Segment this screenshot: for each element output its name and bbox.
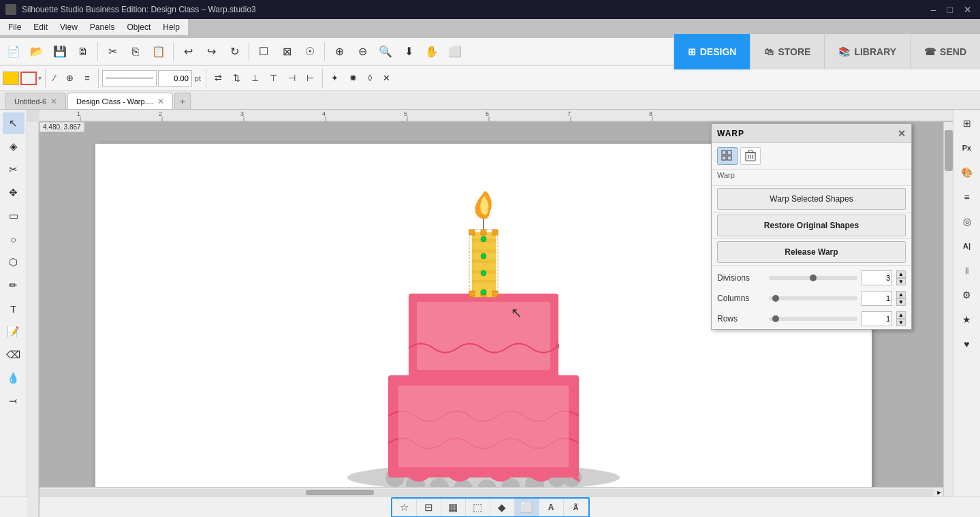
rows-input[interactable] xyxy=(862,311,892,326)
group-v-button[interactable]: ⊤ xyxy=(265,69,282,88)
columns-up[interactable]: ▲ xyxy=(896,291,906,298)
hscroll-thumb[interactable] xyxy=(306,490,374,495)
warp-selected-button[interactable]: Warp Selected Shapes xyxy=(717,188,906,210)
tab-design-class-close[interactable]: ✕ xyxy=(157,97,164,106)
copy-button[interactable]: ⎘ xyxy=(125,41,146,63)
rp-bars-button[interactable]: ⦀ xyxy=(956,260,978,281)
magic-select-button[interactable]: ☉ xyxy=(299,41,321,63)
window-controls[interactable]: – □ ✕ xyxy=(928,4,975,15)
bi-warp-button[interactable]: ⬜ xyxy=(515,499,539,516)
bi-flip-button[interactable]: ◆ xyxy=(490,499,515,516)
tool-sketch[interactable]: 📝 xyxy=(3,321,25,343)
bi-text-style-button[interactable]: A xyxy=(539,499,564,516)
group-h-button[interactable]: ⊥ xyxy=(247,69,264,88)
stroke-width-input[interactable] xyxy=(158,70,192,87)
tool-eyedropper[interactable]: 💧 xyxy=(3,367,25,389)
add-point-button[interactable]: ⊕ xyxy=(61,69,78,88)
rows-up[interactable]: ▲ xyxy=(896,311,906,319)
select-all-button[interactable]: ☐ xyxy=(253,41,274,63)
nav-store[interactable]: 🛍 STORE xyxy=(750,34,824,69)
divisions-down[interactable]: ▼ xyxy=(896,278,906,285)
rp-text-button[interactable]: A| xyxy=(956,235,978,257)
new-button[interactable]: 📄 xyxy=(3,41,25,63)
divisions-input[interactable] xyxy=(862,270,892,285)
tool-select[interactable]: ↖ xyxy=(3,112,25,134)
tool-ellipse[interactable]: ○ xyxy=(3,228,25,250)
sync-button[interactable]: ↻ xyxy=(223,41,245,63)
paste-button[interactable]: 📋 xyxy=(148,41,170,63)
tool-polygon[interactable]: ⬡ xyxy=(3,251,25,273)
zoom-out-button[interactable]: ⊖ xyxy=(351,41,373,63)
menu-edit[interactable]: Edit xyxy=(28,21,53,33)
divisions-up[interactable]: ▲ xyxy=(896,270,906,278)
divisions-spinner[interactable]: ▲ ▼ xyxy=(896,270,906,285)
redo-button[interactable]: ↪ xyxy=(200,41,222,63)
bi-resize-button[interactable]: ⬚ xyxy=(466,499,490,516)
edit-points-button[interactable]: ≡ xyxy=(80,69,95,88)
bi-group-button[interactable]: ⊟ xyxy=(417,499,441,516)
tool-node[interactable]: ◈ xyxy=(3,136,25,157)
nav-send[interactable]: ☎ SEND xyxy=(910,34,980,69)
warp-tab-trash[interactable] xyxy=(740,147,761,165)
columns-slider[interactable] xyxy=(769,296,857,300)
vertical-scrollbar[interactable]: ▲ ▼ xyxy=(943,110,953,517)
flip-h-button[interactable]: ⇄ xyxy=(210,69,227,88)
nav-library[interactable]: 📚 LIBRARY xyxy=(824,34,910,69)
hscroll-track[interactable] xyxy=(37,489,934,496)
menu-object[interactable]: Object xyxy=(122,21,157,33)
tool-knife[interactable]: ✂ xyxy=(3,159,25,181)
poly-line-button[interactable]: ◊ xyxy=(363,69,377,88)
cut-button[interactable]: ✂ xyxy=(101,41,123,63)
group-select-button[interactable]: ⊠ xyxy=(276,41,298,63)
divisions-slider[interactable] xyxy=(769,276,857,280)
bi-adv-text-button[interactable]: Ã xyxy=(564,499,588,516)
tab-untitled6-close[interactable]: ✕ xyxy=(50,97,57,106)
tool-rect[interactable]: ▭ xyxy=(3,205,25,227)
release-warp-button[interactable]: Release Warp xyxy=(717,241,906,263)
save-button[interactable]: 💾 xyxy=(49,41,71,63)
rp-color-button[interactable]: 🎨 xyxy=(956,161,978,183)
maximize-button[interactable]: □ xyxy=(945,4,955,15)
menu-file[interactable]: File xyxy=(3,21,27,33)
save-as-button[interactable]: 🗎 xyxy=(72,41,94,63)
rp-heart-button[interactable]: ♥ xyxy=(956,333,978,355)
scroll-right-button[interactable]: ► xyxy=(935,488,943,497)
menu-view[interactable]: View xyxy=(54,21,83,33)
fill-color-swatch[interactable] xyxy=(3,72,19,85)
straight-line-button[interactable]: ∕ xyxy=(49,69,60,88)
warp-panel-close-button[interactable]: ✕ xyxy=(898,128,906,139)
flip-v-button[interactable]: ⇅ xyxy=(228,69,245,88)
minimize-button[interactable]: – xyxy=(928,4,939,15)
line-color-swatch[interactable] xyxy=(20,72,37,85)
tab-design-class[interactable]: Design Class - Warp.... ✕ xyxy=(67,93,173,109)
bi-pattern-button[interactable]: ▦ xyxy=(441,499,466,516)
columns-slider-thumb[interactable] xyxy=(772,295,779,302)
zoom-in-button[interactable]: ⊕ xyxy=(328,41,350,63)
scroll-thumb[interactable] xyxy=(945,130,953,171)
shape-lib-button[interactable]: ✦ xyxy=(326,69,343,88)
rp-star2-button[interactable]: ★ xyxy=(956,309,978,330)
zoom-fit-button[interactable]: 🔍 xyxy=(375,41,396,63)
rows-slider-thumb[interactable] xyxy=(772,315,779,322)
group-l-button[interactable]: ⊣ xyxy=(283,69,300,88)
restore-original-button[interactable]: Restore Original Shapes xyxy=(717,215,906,236)
rows-down[interactable]: ▼ xyxy=(896,319,906,326)
tool-eraser[interactable]: ⌫ xyxy=(3,344,25,366)
open-button[interactable]: 📂 xyxy=(26,41,48,63)
columns-spinner[interactable]: ▲ ▼ xyxy=(896,291,906,306)
columns-down[interactable]: ▼ xyxy=(896,298,906,306)
pan-button[interactable]: ✋ xyxy=(421,41,443,63)
zoom-box-button[interactable]: ⬜ xyxy=(444,41,466,63)
tool-eyedropper2[interactable]: ⤙ xyxy=(3,390,25,412)
close-path-button[interactable]: ✕ xyxy=(378,69,395,88)
tool-pan2[interactable]: ✥ xyxy=(3,182,25,204)
nav-design[interactable]: ⊞ DESIGN xyxy=(674,34,750,69)
pan-down-button[interactable]: ⬇ xyxy=(398,41,420,63)
rp-align-button[interactable]: ≡ xyxy=(956,186,978,208)
rp-pixel-button[interactable]: Px xyxy=(956,137,978,159)
horizontal-scrollbar[interactable]: ◄ ► xyxy=(27,487,943,497)
stroke-style-select[interactable] xyxy=(102,70,157,87)
rp-layers-button[interactable]: ◎ xyxy=(956,210,978,232)
warp-tab-warp[interactable] xyxy=(717,147,738,165)
columns-input[interactable] xyxy=(862,291,892,306)
